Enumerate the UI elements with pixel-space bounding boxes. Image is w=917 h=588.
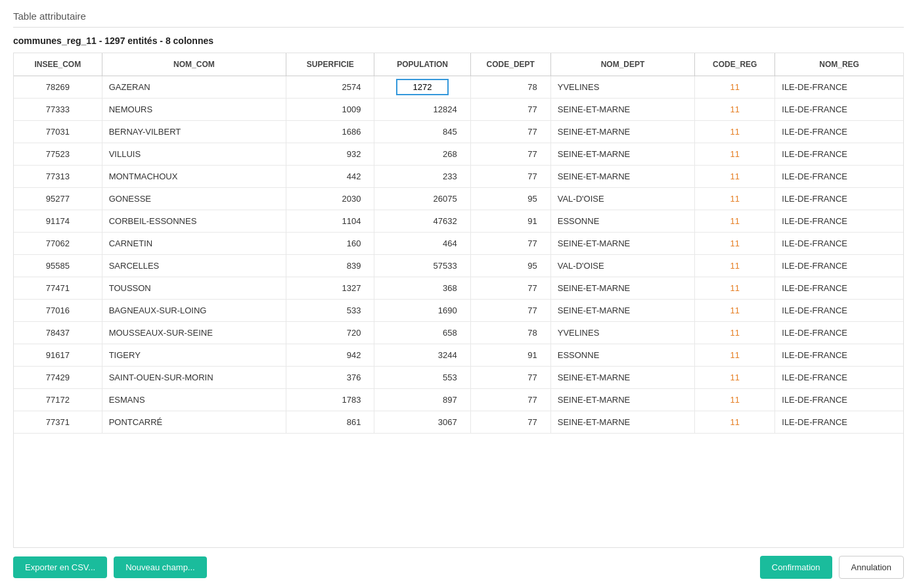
cell-code-dept: 77 [470, 367, 550, 389]
cell-nom-dept: SEINE-ET-MARNE [550, 389, 695, 411]
cell-code-dept: 77 [470, 411, 550, 434]
cell-insee-com: 95277 [14, 188, 102, 210]
cell-insee-com: 91617 [14, 344, 102, 367]
cell-nom-reg: ILE-DE-FRANCE [775, 76, 903, 99]
table-row: 95585SARCELLES8395753395VAL-D'OISE11ILE-… [14, 255, 903, 277]
cell-code-reg: 11 [695, 344, 775, 367]
cell-nom-reg: ILE-DE-FRANCE [775, 143, 903, 166]
cell-code-dept: 77 [470, 166, 550, 188]
bottom-right-buttons: Confirmation Annulation [760, 556, 904, 579]
cell-insee-com: 77031 [14, 121, 102, 143]
cell-nom-com: MOUSSEAUX-SUR-SEINE [102, 322, 286, 344]
cell-population: 368 [374, 277, 470, 300]
cell-nom-reg: ILE-DE-FRANCE [775, 188, 903, 210]
cell-nom-reg: ILE-DE-FRANCE [775, 233, 903, 255]
cell-population: 1690 [374, 300, 470, 322]
cell-code-reg: 11 [695, 277, 775, 300]
cell-code-dept: 77 [470, 300, 550, 322]
cell-nom-dept: SEINE-ET-MARNE [550, 233, 695, 255]
cell-superficie: 839 [286, 255, 374, 277]
cell-superficie: 160 [286, 233, 374, 255]
table-row: 77371PONTCARRÉ861306777SEINE-ET-MARNE11I… [14, 411, 903, 434]
cell-superficie: 861 [286, 411, 374, 434]
cell-population: 553 [374, 367, 470, 389]
cell-population[interactable] [374, 76, 470, 99]
cell-nom-com: SARCELLES [102, 255, 286, 277]
cell-nom-reg: ILE-DE-FRANCE [775, 411, 903, 434]
cell-superficie: 376 [286, 367, 374, 389]
cell-insee-com: 77333 [14, 99, 102, 121]
cell-nom-dept: SEINE-ET-MARNE [550, 367, 695, 389]
cell-superficie: 1686 [286, 121, 374, 143]
cell-nom-com: MONTMACHOUX [102, 166, 286, 188]
cell-insee-com: 78437 [14, 322, 102, 344]
table-row: 78269GAZERAN257478YVELINES11ILE-DE-FRANC… [14, 76, 903, 99]
cell-superficie: 2030 [286, 188, 374, 210]
confirm-button[interactable]: Confirmation [760, 556, 832, 579]
cell-nom-dept: VAL-D'OISE [550, 188, 695, 210]
cell-nom-com: BAGNEAUX-SUR-LOING [102, 300, 286, 322]
cell-population: 897 [374, 389, 470, 411]
cell-superficie: 442 [286, 166, 374, 188]
cell-population: 233 [374, 166, 470, 188]
cell-nom-dept: SEINE-ET-MARNE [550, 99, 695, 121]
cell-code-dept: 78 [470, 322, 550, 344]
cell-nom-com: TIGERY [102, 344, 286, 367]
cell-nom-dept: SEINE-ET-MARNE [550, 411, 695, 434]
col-header-nom-reg: NOM_REG [775, 53, 903, 76]
table-row: 77333NEMOURS10091282477SEINE-ET-MARNE11I… [14, 99, 903, 121]
col-header-nom-com: NOM_COM [102, 53, 286, 76]
cell-nom-com: PONTCARRÉ [102, 411, 286, 434]
col-header-code-dept: CODE_DEPT [470, 53, 550, 76]
cell-nom-dept: SEINE-ET-MARNE [550, 121, 695, 143]
export-csv-button[interactable]: Exporter en CSV... [13, 556, 107, 578]
cell-code-dept: 77 [470, 143, 550, 166]
cell-superficie: 1104 [286, 210, 374, 233]
cell-population: 658 [374, 322, 470, 344]
cell-population: 464 [374, 233, 470, 255]
cell-code-dept: 77 [470, 277, 550, 300]
cell-code-dept: 77 [470, 389, 550, 411]
cell-nom-reg: ILE-DE-FRANCE [775, 277, 903, 300]
table-row: 77031BERNAY-VILBERT168684577SEINE-ET-MAR… [14, 121, 903, 143]
table-row: 78437MOUSSEAUX-SUR-SEINE72065878YVELINES… [14, 322, 903, 344]
cell-nom-dept: VAL-D'OISE [550, 255, 695, 277]
cell-superficie: 720 [286, 322, 374, 344]
cell-insee-com: 77471 [14, 277, 102, 300]
cell-code-reg: 11 [695, 322, 775, 344]
cell-code-reg: 11 [695, 233, 775, 255]
col-header-population: POPULATION [374, 53, 470, 76]
table-row: 77313MONTMACHOUX44223377SEINE-ET-MARNE11… [14, 166, 903, 188]
cell-population: 845 [374, 121, 470, 143]
cell-nom-com: TOUSSON [102, 277, 286, 300]
table-info: communes_reg_11 - 1297 entités - 8 colon… [13, 35, 904, 46]
cell-population: 47632 [374, 210, 470, 233]
cell-code-reg: 11 [695, 188, 775, 210]
cell-code-reg: 11 [695, 367, 775, 389]
cell-nom-com: CARNETIN [102, 233, 286, 255]
cell-nom-reg: ILE-DE-FRANCE [775, 322, 903, 344]
bottom-bar: Exporter en CSV... Nouveau champ... Conf… [13, 548, 904, 581]
col-header-superficie: SUPERFICIE [286, 53, 374, 76]
cell-superficie: 1327 [286, 277, 374, 300]
cell-code-reg: 11 [695, 389, 775, 411]
cell-code-reg: 11 [695, 166, 775, 188]
cell-superficie: 932 [286, 143, 374, 166]
cell-nom-reg: ILE-DE-FRANCE [775, 166, 903, 188]
cell-code-reg: 11 [695, 411, 775, 434]
population-edit-input[interactable] [396, 79, 449, 95]
new-field-button[interactable]: Nouveau champ... [114, 556, 207, 578]
cell-insee-com: 91174 [14, 210, 102, 233]
table-row: 77429SAINT-OUEN-SUR-MORIN37655377SEINE-E… [14, 367, 903, 389]
cell-nom-dept: SEINE-ET-MARNE [550, 143, 695, 166]
cell-nom-reg: ILE-DE-FRANCE [775, 99, 903, 121]
page-title: Table attributaire [13, 11, 904, 28]
cell-code-dept: 91 [470, 344, 550, 367]
cell-insee-com: 77016 [14, 300, 102, 322]
cancel-button[interactable]: Annulation [839, 556, 904, 579]
cell-nom-com: BERNAY-VILBERT [102, 121, 286, 143]
cell-nom-com: SAINT-OUEN-SUR-MORIN [102, 367, 286, 389]
cell-code-reg: 11 [695, 255, 775, 277]
attribute-table: INSEE_COM NOM_COM SUPERFICIE POPULATION … [14, 53, 903, 434]
cell-insee-com: 95585 [14, 255, 102, 277]
